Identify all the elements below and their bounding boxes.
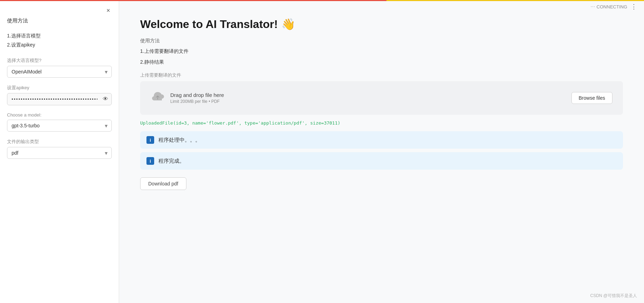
apikey-wrapper: 👁 (7, 93, 112, 105)
info-text-complete: 程序完成。 (158, 158, 185, 164)
sidebar-section-title: 使用方法 (7, 17, 112, 24)
output-type-group: 文件的输出类型 pdf docx txt ▾ (7, 139, 112, 159)
page-title-emoji: 👋 (281, 17, 295, 31)
browse-files-button[interactable]: Browse files (571, 92, 612, 104)
page-title-text: Welcome to AI Translator! (140, 18, 278, 31)
drop-text-main: Drag and drop file here (170, 92, 224, 98)
page-title: Welcome to AI Translator! 👋 (140, 17, 623, 31)
model-select-group: 选择大语言模型? OpenAIModel GPT-4 GPT-3.5 ▾ (7, 57, 112, 78)
info-box-processing: i 程序处理中。。。 (140, 131, 623, 149)
sidebar-close-button[interactable]: × (103, 6, 113, 15)
sidebar-usage-section: 使用方法 (7, 17, 112, 25)
sidebar-step2: 2.设置apikey (7, 41, 112, 49)
choose-model-wrapper: gpt-3.5-turbo gpt-4 gpt-4-turbo ▾ (7, 120, 112, 132)
main-step2: 2.静待结果 (140, 58, 623, 66)
eye-icon[interactable]: 👁 (103, 96, 108, 102)
menu-icon[interactable]: ⋮ (631, 3, 637, 10)
upload-section-label: 上传需要翻译的文件 (140, 72, 623, 78)
model-select-label: 选择大语言模型? (7, 57, 112, 64)
drop-zone-left: Drag and drop file here Limit 200MB per … (151, 91, 224, 105)
download-pdf-button[interactable]: Download pdf (140, 177, 186, 190)
model-select-wrapper: OpenAIModel GPT-4 GPT-3.5 ▾ (7, 66, 112, 78)
choose-model-select[interactable]: gpt-3.5-turbo gpt-4 gpt-4-turbo (7, 120, 112, 132)
apikey-group: 设置apikey 👁 (7, 85, 112, 105)
top-bar: ··· CONNECTING ⋮ (590, 3, 637, 10)
connecting-label: CONNECTING (597, 4, 627, 9)
main-content: Welcome to AI Translator! 👋 使用方法 1.上传需要翻… (119, 0, 644, 303)
uploaded-file-info: UploadedFile(id=3, name='flower.pdf', ty… (140, 120, 623, 126)
cloud-upload-icon (151, 91, 165, 105)
info-box-complete: i 程序完成。 (140, 152, 623, 170)
choose-model-group: Choose a model: gpt-3.5-turbo gpt-4 gpt-… (7, 112, 112, 132)
connecting-status: ··· CONNECTING (590, 3, 627, 10)
apikey-label: 设置apikey (7, 85, 112, 91)
drop-zone-text-block: Drag and drop file here Limit 200MB per … (170, 92, 224, 104)
connecting-dots: ··· (590, 3, 595, 10)
info-icon-1: i (146, 136, 154, 144)
drop-zone[interactable]: Drag and drop file here Limit 200MB per … (140, 81, 623, 115)
output-type-wrapper: pdf docx txt ▾ (7, 147, 112, 159)
sidebar: × 使用方法 1.选择语言模型 2.设置apikey 选择大语言模型? Open… (0, 0, 119, 303)
footer-text: CSDN @可惜我不是圣人 (590, 293, 637, 299)
info-icon-2: i (146, 157, 154, 165)
sidebar-steps: 1.选择语言模型 2.设置apikey (7, 32, 112, 50)
usage-heading: 使用方法 (140, 38, 623, 44)
drop-text-sub: Limit 200MB per file • PDF (170, 99, 224, 104)
main-step1: 1.上传需要翻译的文件 (140, 47, 623, 56)
output-type-select[interactable]: pdf docx txt (7, 147, 112, 159)
model-select[interactable]: OpenAIModel GPT-4 GPT-3.5 (7, 66, 112, 78)
apikey-input[interactable] (7, 93, 112, 105)
info-text-processing: 程序处理中。。。 (158, 137, 200, 143)
output-type-label: 文件的输出类型 (7, 139, 112, 145)
choose-model-label: Choose a model: (7, 112, 112, 118)
sidebar-step1: 1.选择语言模型 (7, 32, 112, 40)
